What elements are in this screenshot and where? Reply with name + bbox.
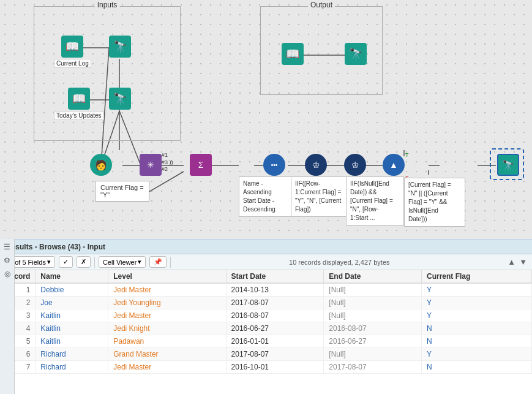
iif-tooltip-2: IIF(IsNull([End Date]) && [Current Flag]… (346, 176, 404, 225)
table-container[interactable]: Record Name Level Start Date End Date Cu… (0, 270, 532, 374)
pin-button[interactable]: 📌 (149, 256, 167, 268)
output-label: Output (308, 1, 335, 9)
sidebar-icon-2[interactable]: ⚙ (2, 255, 13, 266)
cell-start: 2016-06-27 (226, 322, 324, 335)
workflow-canvas: Inputs Output 📖 Current Log 🔭 📖 Today's … (0, 0, 532, 239)
left-sidebar: ☰ ⚙ ◎ (0, 239, 15, 394)
cell-start: 2016-08-07 (226, 309, 324, 322)
results-table: Record Name Level Start Date End Date Cu… (0, 270, 532, 374)
cell-end: 2016-06-27 (324, 335, 422, 348)
cell-start: 2014-10-13 (226, 283, 324, 297)
x-button[interactable]: ✗ (77, 256, 91, 268)
table-row: 1 Debbie Jedi Master 2014-10-13 [Null] Y (0, 283, 532, 297)
results-header: Results - Browse (43) - Input (0, 240, 532, 254)
cell-start: 2017-08-07 (226, 297, 324, 309)
todays-updates-book-node[interactable]: 📖 Today's Updates (54, 88, 104, 120)
dots-icon: ••• (263, 154, 285, 176)
up-nav-button[interactable]: ▲ (508, 257, 515, 267)
iif-tooltip-1: IIF([Row- 1:Current Flag] = "Y", "N", [C… (291, 176, 349, 217)
cell-level: Jedi Master (108, 361, 226, 374)
cell-flag: N (422, 361, 532, 374)
cell-end: [Null] (324, 283, 422, 297)
multijoin-node[interactable]: ✳ (140, 154, 162, 176)
table-row: 5 Kaitlin Padawan 2016-01-01 2016-06-27 … (0, 335, 532, 348)
cell-level: Grand Master (108, 348, 226, 361)
cell-viewer-label: Cell Viewer (103, 259, 137, 266)
true-label: T (405, 152, 409, 158)
filter-tooltip: [Current Flag] = "N" || ([Current Flag] … (404, 178, 465, 227)
cell-viewer-dropdown[interactable]: Cell Viewer ▾ (99, 256, 146, 268)
cell-level: Padawan (108, 335, 226, 348)
bino-icon-1: 🔭 (109, 36, 131, 58)
cell-flag: Y (422, 348, 532, 361)
records-info: 10 records displayed, 2,427 bytes (174, 259, 504, 266)
current-log-book-node[interactable]: 📖 Current Log (54, 36, 91, 68)
bino-node-1[interactable]: 🔭 (109, 36, 131, 58)
cell-name: Kaitlin (36, 322, 108, 335)
cell-name: Richard (36, 361, 108, 374)
col-level-header: Level (108, 270, 226, 283)
table-body: 1 Debbie Jedi Master 2014-10-13 [Null] Y… (0, 283, 532, 374)
cell-flag: N (422, 335, 532, 348)
formula-icon-1: Σ (190, 154, 212, 176)
cell-name: Kaitlin (36, 335, 108, 348)
cell-flag: Y (422, 297, 532, 309)
cell-end: 2017-08-07 (324, 361, 422, 374)
cell-level: Jedi Master (108, 283, 226, 297)
bino-node-2[interactable]: 🔭 (109, 88, 131, 110)
results-title: Results - Browse (43) - Input (6, 243, 105, 251)
cell-start: 2016-10-01 (226, 361, 324, 374)
table-row: 2 Joe Jedi Youngling 2017-08-07 [Null] Y (0, 297, 532, 309)
table-row: 6 Richard Grand Master 2017-08-07 [Null]… (0, 348, 532, 361)
cell-name: Debbie (36, 283, 108, 297)
inputs-box: Inputs (34, 6, 181, 141)
col-flag-header: Current Flag (422, 270, 532, 283)
cell-start: 2016-01-01 (226, 335, 324, 348)
sidebar-icon-3[interactable]: ◎ (2, 268, 13, 279)
cell-flag: Y (422, 309, 532, 322)
col-enddate-header: End Date (324, 270, 422, 283)
results-toolbar: 5 of 5 Fields ▾ ✓ ✗ Cell Viewer ▾ 📌 10 r… (0, 254, 532, 270)
table-header: Record Name Level Start Date End Date Cu… (0, 270, 532, 283)
divider-2 (170, 257, 171, 268)
table-row: 4 Kaitlin Jedi Knight 2016-06-27 2016-08… (0, 322, 532, 335)
cell-flag: Y (422, 283, 532, 297)
output-book-icon: 📖 (282, 43, 304, 65)
table-row: 7 Richard Jedi Master 2016-10-01 2017-08… (0, 361, 532, 374)
crown-node-1[interactable]: ♔ (305, 154, 327, 176)
cell-end: [Null] (324, 309, 422, 322)
cell-start: 2017-08-07 (226, 348, 324, 361)
down-nav-button[interactable]: ▼ (519, 257, 527, 267)
inputs-label: Inputs (95, 1, 120, 9)
cell-level: Jedi Knight (108, 322, 226, 335)
check-button[interactable]: ✓ (59, 256, 73, 268)
triangle-icon: ▲ (383, 154, 405, 176)
col-startdate-header: Start Date (226, 270, 324, 283)
multijoin-icon: ✳ (140, 154, 162, 176)
bino-icon-2: 🔭 (109, 88, 131, 110)
header-row: Record Name Level Start Date End Date Cu… (0, 270, 532, 283)
dots-node[interactable]: ••• (263, 154, 285, 176)
cell-end: [Null] (324, 297, 422, 309)
filter-text: Current Flag = "Y" (100, 184, 144, 199)
cell-name: Richard (36, 348, 108, 361)
output-bino-node[interactable]: 🔭 (345, 43, 367, 65)
output-book-node[interactable]: 📖 (282, 43, 304, 65)
chevron-down-icon: ▾ (47, 258, 51, 266)
crown-node-2[interactable]: ♔ (344, 154, 366, 176)
cell-flag: N (422, 322, 532, 335)
person-node[interactable]: 🧑 (90, 154, 112, 176)
crown-icon-2: ♔ (344, 154, 366, 176)
cell-end: 2016-08-07 (324, 322, 422, 335)
book-icon-2: 📖 (68, 88, 90, 110)
cell-level: Jedi Youngling (108, 297, 226, 309)
filter-triangle-node[interactable]: ▲ (383, 154, 405, 176)
person-icon: 🧑 (90, 154, 112, 176)
current-log-label: Current Log (54, 59, 91, 68)
book-icon-1: 📖 (61, 36, 83, 58)
formula-node-1[interactable]: Σ (190, 154, 212, 176)
cell-name: Joe (36, 297, 108, 309)
sort-tooltip: Name - Ascending Start Date - Descending (239, 176, 297, 217)
sidebar-icon-1[interactable]: ☰ (2, 241, 13, 252)
cell-level: Jedi Master (108, 309, 226, 322)
